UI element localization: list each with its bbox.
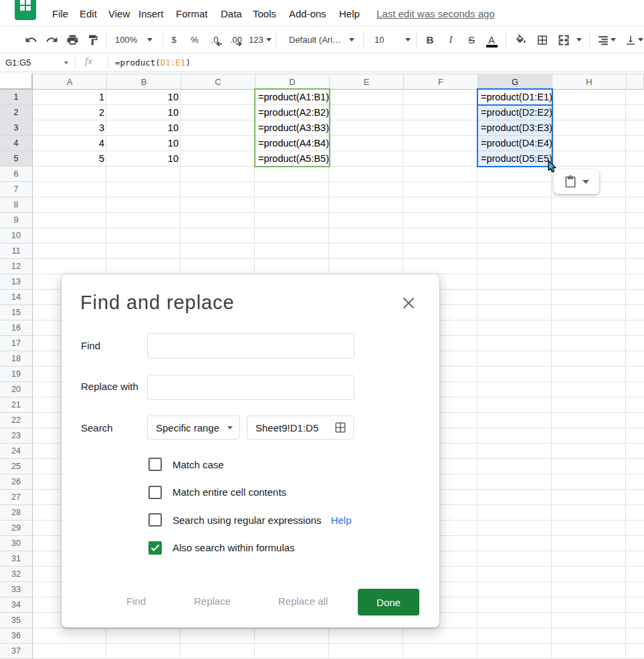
row-header-34[interactable]: 34: [0, 597, 33, 613]
row-header-18[interactable]: 18: [0, 351, 33, 367]
row-header-29[interactable]: 29: [0, 521, 33, 536]
row-header-25[interactable]: 25: [0, 459, 33, 474]
row-header-13[interactable]: 13: [0, 274, 33, 290]
row-header-37[interactable]: 37: [0, 644, 33, 659]
find-button[interactable]: Find: [126, 595, 146, 607]
search-range-field[interactable]: Sheet9!D1:D5: [247, 415, 354, 440]
redo-button[interactable]: [42, 27, 61, 53]
row-header-23[interactable]: 23: [0, 428, 33, 444]
row-header-22[interactable]: 22: [0, 413, 33, 428]
row-header-17[interactable]: 17: [0, 336, 33, 351]
paste-dropdown-arrow-icon[interactable]: [582, 180, 589, 184]
cell-A5[interactable]: 5: [33, 151, 107, 167]
horizontal-align-arrow[interactable]: [609, 27, 618, 53]
cell-A4[interactable]: 4: [33, 136, 107, 151]
menu-format[interactable]: Format: [176, 6, 208, 22]
replace-all-button[interactable]: Replace all: [278, 595, 328, 607]
checkbox-unchecked[interactable]: [148, 486, 162, 499]
bold-button[interactable]: B: [421, 27, 439, 53]
cell-B3[interactable]: 10: [107, 120, 181, 136]
row-header-28[interactable]: 28: [0, 505, 33, 521]
row-header-4[interactable]: 4: [0, 136, 33, 151]
row-header-8[interactable]: 8: [0, 197, 33, 213]
format-percent-button[interactable]: %: [185, 27, 204, 53]
menu-data[interactable]: Data: [221, 6, 242, 22]
row-header-16[interactable]: 16: [0, 320, 33, 336]
cell-A2[interactable]: 2: [33, 105, 107, 120]
close-icon[interactable]: [403, 297, 415, 309]
help-link[interactable]: Help: [331, 514, 352, 526]
name-box[interactable]: G1:G5: [5, 54, 31, 72]
text-color-button[interactable]: A: [482, 27, 501, 53]
name-box-arrow-icon[interactable]: [64, 62, 68, 64]
menu-insert[interactable]: Insert: [138, 6, 164, 22]
merge-cells-button[interactable]: [554, 27, 573, 53]
strikethrough-button[interactable]: S: [462, 27, 481, 53]
row-header-33[interactable]: 33: [0, 582, 33, 597]
row-header-9[interactable]: 9: [0, 213, 33, 228]
checkbox-unchecked[interactable]: [148, 458, 162, 471]
italic-button[interactable]: I: [441, 27, 460, 53]
merge-arrow[interactable]: [574, 27, 584, 53]
fill-color-button[interactable]: [512, 27, 530, 53]
row-header-35[interactable]: 35: [0, 613, 33, 628]
vertical-align-arrow[interactable]: [636, 27, 644, 53]
row-header-30[interactable]: 30: [0, 536, 33, 551]
menu-add-ons[interactable]: Add-ons: [289, 6, 326, 22]
paste-options-button[interactable]: [554, 169, 599, 194]
column-header-partial[interactable]: [627, 74, 644, 90]
row-header-3[interactable]: 3: [0, 120, 33, 136]
search-scope-select[interactable]: Specific range: [147, 415, 240, 440]
row-header-12[interactable]: 12: [0, 259, 33, 274]
cell-A3[interactable]: 3: [33, 120, 107, 136]
menu-help[interactable]: Help: [339, 6, 360, 22]
undo-button[interactable]: [21, 27, 40, 53]
column-header-h[interactable]: H: [552, 74, 627, 90]
column-header-c[interactable]: C: [181, 74, 255, 90]
replace-input[interactable]: [147, 375, 354, 400]
print-button[interactable]: [63, 27, 82, 53]
font-family-select[interactable]: Default (Ari…: [284, 27, 358, 53]
menu-tools[interactable]: Tools: [253, 6, 276, 22]
menu-view[interactable]: View: [108, 6, 130, 22]
row-header-27[interactable]: 27: [0, 490, 33, 505]
row-header-11[interactable]: 11: [0, 244, 33, 259]
paint-format-button[interactable]: [84, 27, 102, 53]
row-header-32[interactable]: 32: [0, 567, 33, 582]
column-header-e[interactable]: E: [330, 74, 404, 90]
cell-B5[interactable]: 10: [107, 151, 181, 167]
column-header-b[interactable]: B: [107, 74, 181, 90]
row-header-1[interactable]: 1: [0, 90, 33, 105]
row-header-6[interactable]: 6: [0, 167, 33, 182]
menu-file[interactable]: File: [52, 6, 68, 22]
row-header-24[interactable]: 24: [0, 444, 33, 459]
font-size-select[interactable]: 10: [369, 27, 412, 53]
column-header-f[interactable]: F: [404, 74, 478, 90]
row-header-31[interactable]: 31: [0, 551, 33, 567]
menu-edit[interactable]: Edit: [80, 6, 97, 22]
row-header-21[interactable]: 21: [0, 397, 33, 413]
replace-button[interactable]: Replace: [194, 595, 231, 607]
zoom-select[interactable]: 100%: [111, 27, 160, 53]
decrease-decimal-button[interactable]: .0: [205, 27, 225, 53]
borders-button[interactable]: [533, 27, 552, 53]
cell-B4[interactable]: 10: [107, 136, 181, 151]
formula-input[interactable]: =product(D1:E1): [115, 54, 191, 72]
row-header-2[interactable]: 2: [0, 105, 33, 120]
column-header-g[interactable]: G: [478, 74, 552, 90]
format-currency-button[interactable]: $: [165, 27, 183, 53]
done-button[interactable]: Done: [358, 589, 419, 616]
checkbox-unchecked[interactable]: [148, 513, 162, 527]
find-input[interactable]: [147, 333, 354, 359]
checkbox-checked[interactable]: [148, 541, 162, 555]
row-header-36[interactable]: 36: [0, 628, 33, 644]
row-header-26[interactable]: 26: [0, 474, 33, 490]
cell-B2[interactable]: 10: [107, 105, 181, 120]
increase-decimal-button[interactable]: .00: [226, 27, 246, 53]
cell-A1[interactable]: 1: [33, 90, 107, 105]
last-edit-status[interactable]: Last edit was seconds ago: [377, 6, 495, 22]
row-header-14[interactable]: 14: [0, 290, 33, 305]
select-range-grid-icon[interactable]: [334, 421, 346, 434]
column-header-a[interactable]: A: [33, 74, 107, 90]
select-all-corner[interactable]: [0, 74, 33, 90]
